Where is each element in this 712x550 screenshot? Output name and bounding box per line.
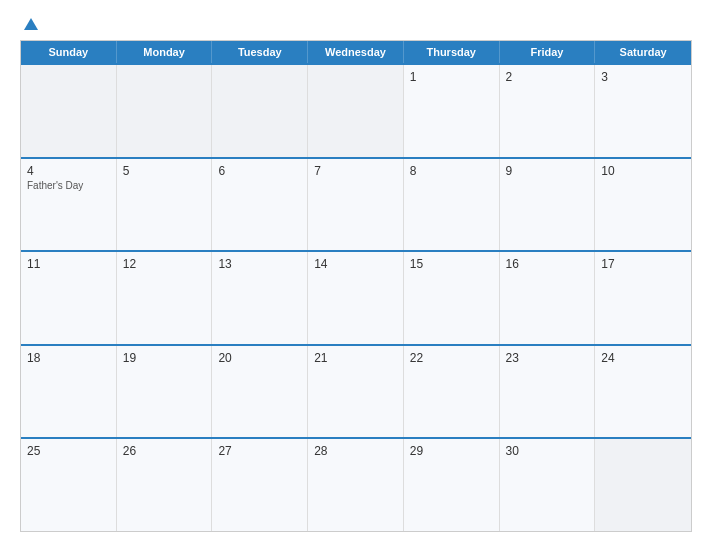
calendar-cell xyxy=(212,65,308,157)
logo-triangle-icon xyxy=(24,18,38,30)
calendar-cell: 17 xyxy=(595,252,691,344)
page-header xyxy=(20,18,692,30)
calendar-cell: 29 xyxy=(404,439,500,531)
day-number: 19 xyxy=(123,351,206,365)
calendar-cell: 9 xyxy=(500,159,596,251)
day-number: 14 xyxy=(314,257,397,271)
calendar-cell: 25 xyxy=(21,439,117,531)
day-number: 7 xyxy=(314,164,397,178)
calendar-cell: 18 xyxy=(21,346,117,438)
calendar-cell: 22 xyxy=(404,346,500,438)
day-number: 27 xyxy=(218,444,301,458)
day-number: 29 xyxy=(410,444,493,458)
calendar-week-3: 11121314151617 xyxy=(21,250,691,344)
calendar-cell: 1 xyxy=(404,65,500,157)
calendar-cell: 8 xyxy=(404,159,500,251)
day-number: 8 xyxy=(410,164,493,178)
calendar-cell: 14 xyxy=(308,252,404,344)
day-number: 18 xyxy=(27,351,110,365)
day-number: 16 xyxy=(506,257,589,271)
day-number: 10 xyxy=(601,164,685,178)
calendar-cell: 4Father's Day xyxy=(21,159,117,251)
calendar-cell: 3 xyxy=(595,65,691,157)
day-number: 6 xyxy=(218,164,301,178)
day-number: 22 xyxy=(410,351,493,365)
calendar-cell: 10 xyxy=(595,159,691,251)
calendar-cell xyxy=(308,65,404,157)
calendar-cell: 24 xyxy=(595,346,691,438)
day-number: 5 xyxy=(123,164,206,178)
calendar-cell: 20 xyxy=(212,346,308,438)
calendar-cell: 6 xyxy=(212,159,308,251)
day-header-friday: Friday xyxy=(500,41,596,63)
calendar-event: Father's Day xyxy=(27,180,110,191)
day-number: 28 xyxy=(314,444,397,458)
day-number: 2 xyxy=(506,70,589,84)
day-number: 15 xyxy=(410,257,493,271)
day-number: 25 xyxy=(27,444,110,458)
day-header-thursday: Thursday xyxy=(404,41,500,63)
calendar-cell xyxy=(21,65,117,157)
day-number: 20 xyxy=(218,351,301,365)
calendar-week-1: 123 xyxy=(21,63,691,157)
day-number: 12 xyxy=(123,257,206,271)
calendar-cell: 27 xyxy=(212,439,308,531)
day-number: 30 xyxy=(506,444,589,458)
calendar-cell: 5 xyxy=(117,159,213,251)
calendar-cell: 15 xyxy=(404,252,500,344)
calendar-grid: SundayMondayTuesdayWednesdayThursdayFrid… xyxy=(20,40,692,532)
calendar-cell xyxy=(595,439,691,531)
day-header-tuesday: Tuesday xyxy=(212,41,308,63)
calendar-page: SundayMondayTuesdayWednesdayThursdayFrid… xyxy=(0,0,712,550)
calendar-cell: 26 xyxy=(117,439,213,531)
day-header-wednesday: Wednesday xyxy=(308,41,404,63)
calendar-body: 1234Father's Day567891011121314151617181… xyxy=(21,63,691,531)
day-number: 13 xyxy=(218,257,301,271)
day-header-sunday: Sunday xyxy=(21,41,117,63)
day-header-monday: Monday xyxy=(117,41,213,63)
calendar-cell xyxy=(117,65,213,157)
calendar-cell: 2 xyxy=(500,65,596,157)
day-number: 21 xyxy=(314,351,397,365)
calendar-cell: 11 xyxy=(21,252,117,344)
day-number: 9 xyxy=(506,164,589,178)
calendar-cell: 12 xyxy=(117,252,213,344)
calendar-cell: 7 xyxy=(308,159,404,251)
day-number: 11 xyxy=(27,257,110,271)
logo xyxy=(20,18,41,30)
calendar-cell: 21 xyxy=(308,346,404,438)
calendar-cell: 30 xyxy=(500,439,596,531)
calendar-week-4: 18192021222324 xyxy=(21,344,691,438)
day-number: 4 xyxy=(27,164,110,178)
calendar-cell: 13 xyxy=(212,252,308,344)
calendar-cell: 16 xyxy=(500,252,596,344)
day-number: 26 xyxy=(123,444,206,458)
day-number: 1 xyxy=(410,70,493,84)
day-number: 17 xyxy=(601,257,685,271)
day-header-saturday: Saturday xyxy=(595,41,691,63)
calendar-week-5: 252627282930 xyxy=(21,437,691,531)
calendar-cell: 23 xyxy=(500,346,596,438)
calendar-header-row: SundayMondayTuesdayWednesdayThursdayFrid… xyxy=(21,41,691,63)
day-number: 3 xyxy=(601,70,685,84)
day-number: 24 xyxy=(601,351,685,365)
calendar-cell: 28 xyxy=(308,439,404,531)
calendar-week-2: 4Father's Day5678910 xyxy=(21,157,691,251)
day-number: 23 xyxy=(506,351,589,365)
calendar-cell: 19 xyxy=(117,346,213,438)
